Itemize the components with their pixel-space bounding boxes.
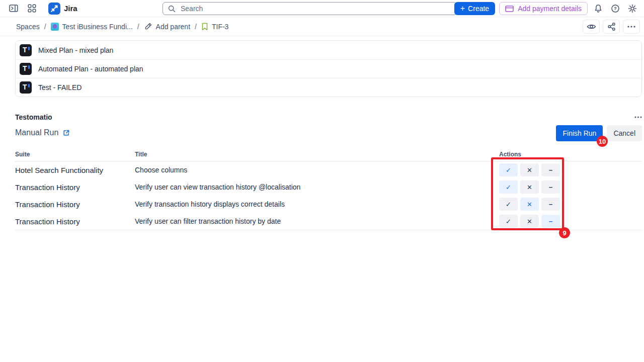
manual-run-link[interactable]: Manual Run: [15, 128, 70, 137]
testomatio-tick: [28, 84, 30, 87]
breadcrumb-add-parent-label: Add parent: [156, 23, 191, 31]
suite-cell: Transaction History: [15, 183, 135, 192]
breadcrumb-add-parent[interactable]: Add parent: [144, 22, 191, 31]
help-icon[interactable]: ?: [609, 2, 622, 15]
space-avatar: [51, 23, 59, 31]
external-link-icon: [62, 129, 70, 137]
create-button[interactable]: + Create: [454, 2, 495, 15]
svg-text:?: ?: [614, 6, 617, 11]
list-item-label: Mixed Plan - mixed plan: [38, 46, 113, 54]
breadcrumb-bar: Spaces / Test iBusiness Fundi... / Add p…: [0, 17, 644, 36]
action-fail-button[interactable]: ✕: [520, 215, 539, 228]
search-icon: [168, 5, 176, 13]
testomatio-tick: [28, 65, 30, 69]
test-run-table: Suite Title Actions Hotel Search Functio…: [15, 151, 642, 230]
testomatio-letter: T: [23, 46, 27, 53]
jira-logo-icon: [48, 3, 60, 15]
payment-button-label: Add payment details: [518, 5, 582, 13]
action-skip-button[interactable]: −: [541, 163, 560, 176]
table-row: Transaction History Verify user can view…: [15, 178, 642, 196]
action-pass-button[interactable]: ✓: [499, 180, 518, 194]
search-input[interactable]: [180, 4, 452, 13]
page-actions: [583, 20, 640, 34]
add-payment-details-button[interactable]: Add payment details: [499, 2, 588, 15]
action-skip-button[interactable]: −: [541, 198, 560, 211]
testomatio-section-header: Testomatio: [15, 113, 642, 122]
breadcrumb-separator: /: [195, 23, 197, 31]
action-pass-button[interactable]: ✓: [499, 163, 518, 176]
testomatio-logo-icon: T: [20, 44, 32, 56]
action-fail-button[interactable]: ✕: [520, 180, 539, 194]
app-switcher-icon[interactable]: [25, 2, 38, 15]
column-header-title: Title: [135, 151, 499, 158]
title-cell: Verify user can view transaction history…: [135, 183, 499, 191]
testomatio-letter: T: [23, 83, 27, 90]
jira-home-link[interactable]: Jira: [48, 3, 77, 15]
topbar-right-group: + Create Add payment details ?: [454, 2, 639, 15]
finish-run-button[interactable]: Finish Run: [556, 125, 603, 141]
table-body: Hotel Search Functionality Choose column…: [15, 161, 642, 230]
column-header-suite: Suite: [15, 151, 135, 158]
edit-pencil-icon: [144, 22, 152, 31]
title-cell: Choose columns: [135, 166, 499, 174]
breadcrumb-separator: /: [44, 23, 46, 31]
suite-cell: Transaction History: [15, 200, 135, 209]
list-item-automated-plan[interactable]: T Automated Plan - automated plan: [16, 59, 641, 78]
notifications-icon[interactable]: [592, 2, 605, 15]
cancel-button[interactable]: Cancel: [607, 125, 642, 141]
app-name: Jira: [64, 4, 77, 13]
bookmark-icon: [201, 23, 208, 31]
action-fail-button[interactable]: ✕: [520, 198, 539, 211]
test-plans-list: T Mixed Plan - mixed plan T Automated Pl…: [15, 40, 642, 97]
testomatio-logo-icon: T: [20, 63, 32, 75]
sidebar-toggle-icon[interactable]: [7, 2, 20, 15]
manual-run-label: Manual Run: [15, 128, 58, 137]
breadcrumb-issue[interactable]: TIF-3: [201, 23, 228, 31]
breadcrumb-spaces[interactable]: Spaces: [16, 23, 40, 31]
testomatio-letter: T: [23, 65, 27, 72]
more-actions-icon[interactable]: [623, 20, 640, 34]
share-icon[interactable]: [603, 20, 620, 34]
testomatio-tick: [28, 47, 30, 50]
table-header-row: Suite Title Actions: [15, 151, 642, 161]
plus-icon: +: [460, 5, 465, 13]
table-row: Transaction History Verify user can filt…: [15, 213, 642, 230]
action-pass-button[interactable]: ✓: [499, 198, 518, 211]
list-item-test-failed[interactable]: T Test - FAILED: [16, 78, 641, 97]
run-action-buttons: Finish Run Cancel: [556, 125, 642, 141]
actions-cell: ✓ ✕ −: [499, 215, 642, 228]
testomatio-logo-icon: T: [20, 81, 32, 94]
breadcrumb-space-label: Test iBusiness Fundi...: [62, 23, 133, 31]
create-button-label: Create: [468, 5, 489, 13]
table-row: Transaction History Verify transaction h…: [15, 196, 642, 213]
actions-cell: ✓ ✕ −: [499, 180, 642, 194]
settings-gear-icon[interactable]: [626, 2, 639, 15]
list-item-label: Automated Plan - automated plan: [38, 65, 143, 73]
action-skip-button[interactable]: −: [541, 215, 560, 228]
actions-cell: ✓ ✕ −: [499, 198, 642, 211]
section-more-icon[interactable]: [630, 113, 642, 122]
title-cell: Verify user can filter transaction histo…: [135, 217, 499, 225]
action-pass-button[interactable]: ✓: [499, 215, 518, 228]
list-item-label: Test - FAILED: [38, 83, 82, 92]
list-item-mixed-plan[interactable]: T Mixed Plan - mixed plan: [16, 41, 641, 59]
topbar-left-group: Jira: [7, 2, 77, 15]
breadcrumb: Spaces / Test iBusiness Fundi... / Add p…: [16, 22, 228, 31]
suite-cell: Hotel Search Functionality: [15, 166, 135, 174]
actions-cell: ✓ ✕ −: [499, 163, 642, 176]
watch-eye-icon[interactable]: [583, 20, 600, 34]
action-fail-button[interactable]: ✕: [520, 163, 539, 176]
search-bar: [163, 2, 457, 15]
table-row: Hotel Search Functionality Choose column…: [15, 161, 642, 178]
top-navigation-bar: Jira + Create Add payment details: [0, 0, 644, 17]
section-title: Testomatio: [15, 113, 52, 121]
action-skip-button[interactable]: −: [541, 180, 560, 194]
breadcrumb-space[interactable]: Test iBusiness Fundi...: [51, 23, 133, 31]
column-header-actions: Actions: [499, 151, 642, 158]
breadcrumb-separator: /: [137, 23, 139, 31]
suite-cell: Transaction History: [15, 217, 135, 226]
credit-card-icon: [505, 6, 514, 12]
title-cell: Verify transaction history displays corr…: [135, 200, 499, 208]
breadcrumb-issue-label: TIF-3: [212, 23, 228, 31]
